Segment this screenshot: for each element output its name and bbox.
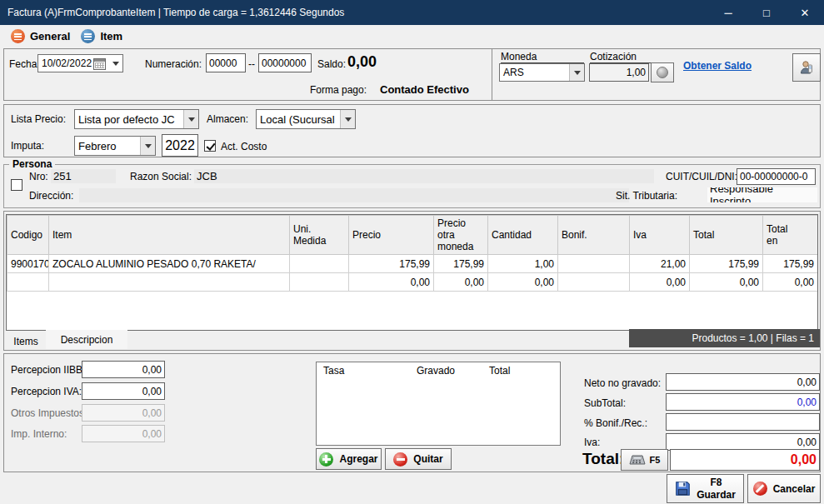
cell-cantidad[interactable]: 0,00 <box>488 273 558 292</box>
saldo-label: Saldo: <box>317 58 346 70</box>
cancel-icon <box>753 482 767 496</box>
sit-tributaria-value: Responsable Inscripto <box>710 187 815 202</box>
tasas-listbox[interactable]: Tasa Gravado Total <box>316 362 561 446</box>
items-table: Codigo Item Uni. Medida Precio Precio ot… <box>7 215 818 292</box>
subtotal-input[interactable] <box>666 393 820 411</box>
calcular-f5-button[interactable]: F5 <box>621 449 668 471</box>
numeracion-label: Numeración: <box>145 58 202 70</box>
lista-precio-select[interactable]: Lista por defecto JC <box>74 109 199 129</box>
cell-item[interactable] <box>49 273 290 292</box>
agregar-button[interactable]: Agregar <box>316 448 382 470</box>
header-panel: Fecha: 10/02/2022 Numeración: -- Saldo: … <box>3 48 821 101</box>
imputa-anio-input[interactable] <box>162 134 198 157</box>
maximize-button[interactable]: □ <box>747 0 786 25</box>
cell-precio-otra[interactable]: 175,99 <box>434 255 488 273</box>
general-icon <box>11 29 25 43</box>
imp-interno-input <box>82 425 165 442</box>
almacen-select[interactable]: Local (Sucursal <box>256 109 356 129</box>
cell-total-en[interactable]: 0,00 <box>763 273 818 292</box>
tab-descripcion[interactable]: Descripcion <box>46 330 127 349</box>
total-input <box>670 449 820 471</box>
f5-label: F5 <box>650 455 661 465</box>
fecha-dropdown[interactable] <box>108 55 122 72</box>
titlebar: Factura (A)FrmComprobanteItem | Tiempo d… <box>0 0 824 25</box>
persona-lookup-button[interactable] <box>792 53 821 82</box>
col-precio[interactable]: Precio <box>349 216 434 255</box>
cell-bonif[interactable] <box>558 255 630 273</box>
col-item[interactable]: Item <box>49 216 290 255</box>
numeracion-serie-input[interactable] <box>206 53 246 72</box>
lista-precio-value: Lista por defecto JC <box>78 113 175 126</box>
col-codigo[interactable]: Codigo <box>7 216 49 255</box>
table-row[interactable]: 9900170 ZOCALO ALUMINIO PESADO 0,70 RAKE… <box>7 255 818 273</box>
cell-uni[interactable] <box>290 255 349 273</box>
direccion-field[interactable] <box>79 188 629 202</box>
percepcion-iva-label: Percepcion IVA: <box>11 386 82 397</box>
sit-tributaria-field: Responsable Inscripto <box>707 187 817 202</box>
table-row[interactable]: 0,00 0,00 0,00 0,00 0,00 0,00 <box>7 273 818 292</box>
col-precio-otra[interactable]: Precio otra moneda <box>434 216 488 255</box>
tab-general[interactable]: General <box>11 29 70 43</box>
tab-items[interactable]: Items <box>7 332 44 350</box>
col-bonif[interactable]: Bonif. <box>558 216 630 255</box>
cuit-input[interactable] <box>737 168 816 185</box>
options-panel: Lista Precio: Lista por defecto JC Almac… <box>3 104 821 157</box>
numeracion-numero-input[interactable] <box>258 53 312 72</box>
bonif-rec-label: % Bonif./Rec.: <box>584 417 647 429</box>
quitar-label: Quitar <box>413 453 442 465</box>
forma-pago-label: Forma pago: <box>310 84 367 96</box>
persona-checkbox[interactable] <box>11 179 22 191</box>
items-grid: Codigo Item Uni. Medida Precio Precio ot… <box>6 214 818 331</box>
cell-bonif[interactable] <box>558 273 630 292</box>
minimize-button[interactable]: ─ <box>709 0 747 25</box>
cell-precio[interactable]: 0,00 <box>349 273 434 292</box>
quitar-button[interactable]: Quitar <box>385 448 452 470</box>
cell-item[interactable]: ZOCALO ALUMINIO PESADO 0,70 RAKETA/ <box>49 255 290 273</box>
cell-iva[interactable]: 21,00 <box>630 255 690 273</box>
col-total[interactable]: Total <box>690 216 763 255</box>
total-column-header: Total <box>489 365 510 377</box>
moneda-value: ARS <box>503 67 524 78</box>
cell-codigo-selected[interactable] <box>7 273 49 292</box>
tab-item[interactable]: Item <box>81 29 122 43</box>
percepcion-iva-input[interactable] <box>82 382 165 400</box>
otros-impuestos-input <box>82 404 165 422</box>
cancelar-button[interactable]: Cancelar <box>747 474 821 503</box>
bonif-rec-input[interactable] <box>666 413 820 431</box>
col-cantidad[interactable]: Cantidad <box>488 216 558 255</box>
act-costo-label: Act. Costo <box>221 141 267 152</box>
cell-uni[interactable] <box>290 273 349 292</box>
moneda-select[interactable]: ARS <box>499 63 585 82</box>
tab-general-label: General <box>30 30 70 42</box>
obtener-saldo-link[interactable]: Obtener Saldo <box>683 60 752 72</box>
cotizacion-input[interactable] <box>589 63 649 82</box>
cell-cantidad[interactable]: 1,00 <box>488 255 558 273</box>
cell-precio[interactable]: 175,99 <box>349 255 434 273</box>
act-costo-checkbox[interactable] <box>204 140 216 152</box>
neto-input[interactable] <box>666 373 820 391</box>
almacen-label: Almacen: <box>207 113 248 125</box>
imp-interno-label: Imp. Interno: <box>11 428 67 440</box>
almacen-dropdown-icon <box>340 110 355 128</box>
cotizacion-refresh-button[interactable] <box>651 62 674 82</box>
nro-value: 251 <box>53 170 72 182</box>
close-button[interactable]: ✕ <box>786 0 824 25</box>
window-title: Factura (A)FrmComprobanteItem | Tiempo d… <box>7 7 709 18</box>
cell-total[interactable]: 175,99 <box>690 255 763 273</box>
cell-total-en[interactable]: 175,99 <box>763 255 818 273</box>
iva-total-input[interactable] <box>666 433 820 451</box>
imputa-mes-select[interactable]: Febrero <box>74 136 156 156</box>
guardar-button[interactable]: F8 Guardar <box>667 474 744 503</box>
cell-codigo[interactable]: 9900170 <box>7 255 49 273</box>
percepcion-iibb-input[interactable] <box>82 361 165 378</box>
col-iva[interactable]: Iva <box>630 216 690 255</box>
razon-social-field[interactable]: JCB <box>194 169 654 183</box>
cell-iva[interactable]: 0,00 <box>630 273 690 292</box>
cell-precio-otra[interactable]: 0,00 <box>434 273 488 292</box>
col-total-en[interactable]: Total en <box>763 216 818 255</box>
cell-total[interactable]: 0,00 <box>690 273 763 292</box>
fecha-input[interactable]: 10/02/2022 <box>37 54 123 72</box>
totals-panel: Percepcion IIBB: Percepcion IVA: Otros I… <box>3 353 821 472</box>
col-uni-medida[interactable]: Uni. Medida <box>290 216 349 255</box>
nro-field[interactable]: 251 <box>51 169 116 183</box>
